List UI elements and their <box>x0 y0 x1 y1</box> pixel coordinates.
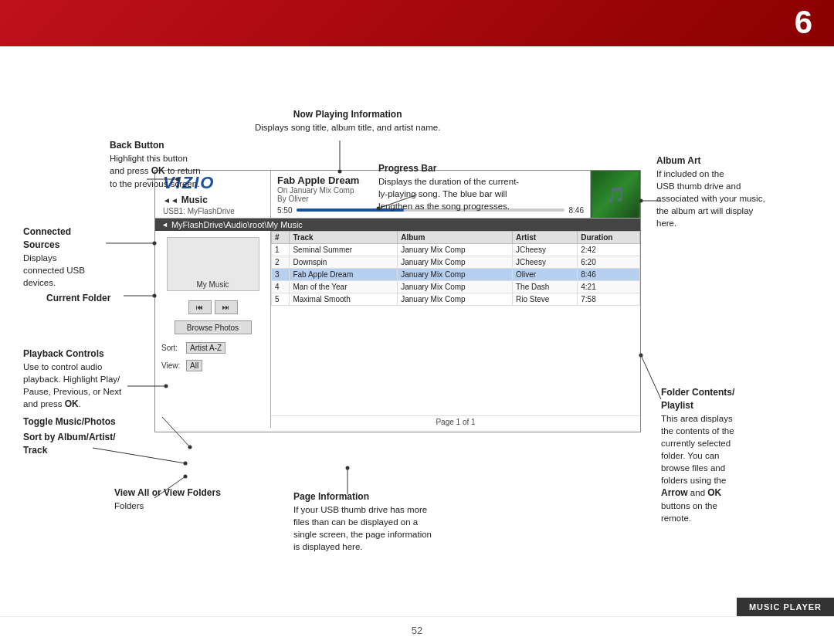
usb-label: USB1: MyFlashDrive <box>163 207 263 215</box>
prev-btn[interactable]: ⏮ <box>188 300 212 314</box>
annotation-fc-desc: This area displaysthe contents of thecur… <box>661 414 734 523</box>
annotation-current-folder: Current Folder <box>46 292 110 305</box>
top-bar: 6 <box>0 0 834 46</box>
col-duration: Duration <box>578 232 640 244</box>
cell-4: 6:20 <box>578 256 640 269</box>
annotation-toggle: Toggle Music/Photos <box>23 415 116 429</box>
annotation-back-title: Back Button <box>110 140 164 151</box>
cell-1: Maximal Smooth <box>290 293 398 306</box>
annotation-now-playing-desc: Displays song title, album title, and ar… <box>255 123 440 132</box>
col-artist: Artist <box>512 232 577 244</box>
annotation-album-art-title: Album Art <box>656 155 701 166</box>
annotation-sort-title: Sort by Album/Artist/Track <box>23 432 116 456</box>
svg-line-22 <box>641 355 661 399</box>
sort-row: Sort: Artist A-Z <box>161 342 264 354</box>
annotation-connected-sources: ConnectedSources Displaysconnected USBde… <box>23 225 85 289</box>
annotation-now-playing: Now Playing Information Displays song ti… <box>255 108 440 134</box>
progress-time-total: 8:46 <box>569 206 584 215</box>
annotation-pb-desc: Use to control audioplayback. Highlight … <box>23 362 121 408</box>
svg-point-15 <box>188 446 192 449</box>
breadcrumb-icon: ◄ <box>161 221 168 229</box>
annotation-cs-title: ConnectedSources <box>23 226 71 250</box>
breadcrumb: ◄ MyFlashDrive\Audio\root\My Music <box>155 219 640 231</box>
cell-4: 4:21 <box>578 281 640 293</box>
annotation-cf-title: Current Folder <box>46 293 110 303</box>
cell-3: JCheesy <box>512 256 577 269</box>
table-header-row: # Track Album Artist Duration <box>272 232 640 244</box>
table-row[interactable]: 4Man of the YearJanuary Mix CompThe Dash… <box>272 281 640 293</box>
sort-label: Sort: <box>161 344 183 352</box>
cell-4: 8:46 <box>578 269 640 281</box>
annotation-back-button: Back Button Highlight this buttonand pre… <box>110 139 201 190</box>
view-row: View: All <box>161 360 264 371</box>
annotation-progress: Progress Bar Displays the duration of th… <box>378 162 519 212</box>
page-number: 6 <box>795 6 812 39</box>
cell-0: 5 <box>272 293 290 306</box>
annotation-progress-title: Progress Bar <box>378 163 436 174</box>
cell-3: JCheesy <box>512 244 577 256</box>
cell-2: January Mix Comp <box>398 281 513 293</box>
breadcrumb-text: MyFlashDrive\Audio\root\My Music <box>171 220 303 229</box>
music-player-label: MUSIC PLAYER <box>737 598 834 616</box>
cell-0: 2 <box>272 256 290 269</box>
cell-2: January Mix Comp <box>398 293 513 306</box>
back-icon[interactable]: ◄◄ <box>163 196 178 205</box>
table-row[interactable]: 2DownspinJanuary Mix CompJCheesy6:20 <box>272 256 640 269</box>
sort-value[interactable]: Artist A-Z <box>186 342 225 354</box>
folder-box: My Music <box>167 237 259 291</box>
cell-3: Rio Steve <box>512 293 577 306</box>
cell-1: Fab Apple Dream <box>290 269 398 281</box>
cell-4: 7:58 <box>578 293 640 306</box>
table-row[interactable]: 1Seminal SummerJanuary Mix CompJCheesy2:… <box>272 244 640 256</box>
annotation-album-art-desc: If included on theUSB thumb drive andass… <box>656 169 765 228</box>
annotation-progress-desc: Displays the duration of the current-ly-… <box>378 177 519 211</box>
table-row[interactable]: 3Fab Apple DreamJanuary Mix CompOliver8:… <box>272 269 640 281</box>
col-track: Track <box>290 232 398 244</box>
annotation-back-desc: Highlight this buttonand press OK to ret… <box>110 154 201 188</box>
playback-controls: ⏮ ⏭ <box>158 300 267 314</box>
cell-1: Seminal Summer <box>290 244 398 256</box>
album-art-inner: 🎵 <box>592 171 639 218</box>
svg-point-17 <box>184 462 188 466</box>
annotation-va-title: View All or View Folders <box>114 487 221 498</box>
annotation-sort: Sort by Album/Artist/Track <box>23 431 116 457</box>
track-table: # Track Album Artist Duration 1Seminal S… <box>271 231 640 415</box>
view-value[interactable]: All <box>186 360 202 371</box>
panel-sidebar: My Music ⏮ ⏭ Browse Photos Sort: Artist … <box>155 231 271 428</box>
svg-point-21 <box>346 466 350 470</box>
annotation-page-info: Page Information If your USB thumb drive… <box>293 490 432 553</box>
annotation-pb-title: Playback Controls <box>23 348 104 359</box>
main-content: VIZIO ◄◄ Music USB1: MyFlashDrive Fab Ap… <box>0 46 834 616</box>
folder-label: My Music <box>196 280 229 289</box>
annotation-playback: Playback Controls Use to control audiopl… <box>23 347 121 411</box>
annotation-va-sub: Folders <box>114 501 144 510</box>
cell-3: The Dash <box>512 281 577 293</box>
svg-point-19 <box>184 475 188 479</box>
browse-photos-btn[interactable]: Browse Photos <box>175 320 252 334</box>
annotation-toggle-title: Toggle Music/Photos <box>23 416 116 427</box>
page-number-bottom: 52 <box>412 625 422 636</box>
cell-1: Downspin <box>290 256 398 269</box>
col-num: # <box>272 232 290 244</box>
progress-time-current: 5:50 <box>277 206 292 215</box>
cell-2: January Mix Comp <box>398 269 513 281</box>
music-label: Music <box>181 195 208 205</box>
cell-0: 1 <box>272 244 290 256</box>
annotation-cs-desc: Displaysconnected USBdevices. <box>23 253 85 287</box>
cell-1: Man of the Year <box>290 281 398 293</box>
panel-body: My Music ⏮ ⏭ Browse Photos Sort: Artist … <box>155 231 640 428</box>
table-row[interactable]: 5Maximal SmoothJanuary Mix CompRio Steve… <box>272 293 640 306</box>
page-info: Page 1 of 1 <box>271 415 640 428</box>
bottom-bar: 52 <box>0 616 834 644</box>
music-row: ◄◄ Music <box>163 195 263 205</box>
col-album: Album <box>398 232 513 244</box>
next-btn[interactable]: ⏭ <box>215 300 238 314</box>
tracks-table: # Track Album Artist Duration 1Seminal S… <box>271 231 640 306</box>
annotation-fc-title: Folder Contents/Playlist <box>661 387 734 411</box>
annotation-folder-contents: Folder Contents/Playlist This area displ… <box>661 386 734 524</box>
annotation-now-playing-title: Now Playing Information <box>293 109 402 120</box>
album-art: 🎵 <box>591 171 640 218</box>
cell-2: January Mix Comp <box>398 244 513 256</box>
cell-0: 3 <box>272 269 290 281</box>
annotation-pi-title: Page Information <box>293 491 369 502</box>
